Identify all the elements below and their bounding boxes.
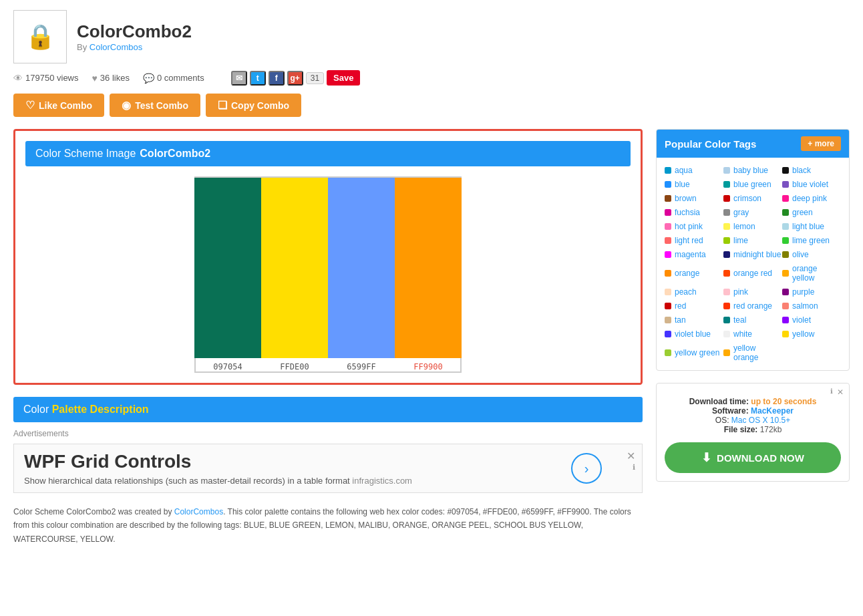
tag-item: white bbox=[723, 328, 782, 340]
tag-link[interactable]: peach bbox=[675, 287, 697, 297]
tag-color-dot bbox=[723, 270, 730, 277]
views-stat: 👁 179750 views bbox=[13, 73, 79, 84]
tag-item: brown bbox=[665, 192, 723, 204]
tag-link[interactable]: lime bbox=[733, 236, 748, 245]
tag-link[interactable]: lime green bbox=[792, 236, 830, 245]
tag-link[interactable]: teal bbox=[733, 315, 746, 325]
tag-color-dot bbox=[782, 331, 789, 337]
download-now-button[interactable]: ⬇ DOWNLOAD NOW bbox=[665, 442, 841, 473]
tag-color-dot bbox=[782, 317, 789, 323]
color-swatch[interactable] bbox=[328, 178, 395, 358]
tag-item: gray bbox=[723, 206, 782, 218]
color-swatch[interactable] bbox=[194, 178, 261, 358]
tag-link[interactable]: gray bbox=[733, 208, 749, 217]
swatch-item: 6599FF bbox=[328, 178, 395, 371]
sidebar-ad-close[interactable]: ✕ bbox=[837, 388, 844, 397]
tag-link[interactable]: violet blue bbox=[675, 329, 711, 339]
ad-close-button[interactable]: ✕ bbox=[627, 450, 635, 462]
tag-link[interactable]: light red bbox=[675, 236, 703, 245]
more-tags-button[interactable]: + more bbox=[801, 136, 841, 151]
tag-link[interactable]: blue green bbox=[733, 180, 771, 189]
tag-link[interactable]: green bbox=[792, 208, 813, 217]
tag-color-dot bbox=[665, 195, 671, 202]
tag-link[interactable]: baby blue bbox=[733, 166, 768, 175]
tag-link[interactable]: light blue bbox=[792, 222, 824, 231]
sidebar-ad-info[interactable]: ℹ bbox=[830, 388, 833, 395]
tag-item: black bbox=[782, 164, 841, 176]
tag-link[interactable]: pink bbox=[733, 287, 748, 297]
tag-link[interactable]: fuchsia bbox=[675, 208, 700, 217]
tag-link[interactable]: blue bbox=[675, 180, 690, 189]
tag-link[interactable]: crimson bbox=[733, 194, 761, 203]
swatch-item: 097054 bbox=[194, 178, 261, 371]
tag-color-dot bbox=[723, 331, 730, 337]
tag-link[interactable]: tan bbox=[675, 315, 686, 325]
color-swatch[interactable] bbox=[395, 178, 462, 358]
tag-link[interactable]: olive bbox=[792, 250, 809, 259]
save-button[interactable]: Save bbox=[327, 70, 360, 86]
tag-item: aqua bbox=[665, 164, 723, 176]
twitter-share-button[interactable]: t bbox=[250, 71, 266, 86]
tag-link[interactable]: orange yellow bbox=[792, 264, 841, 283]
tag-link[interactable]: yellow green bbox=[675, 348, 719, 357]
swatch-label: FF9900 bbox=[413, 362, 442, 371]
footer-link[interactable]: ColorCombos bbox=[174, 507, 223, 516]
test-combo-button[interactable]: ◉ Test Combo bbox=[110, 94, 200, 117]
tag-link[interactable]: black bbox=[792, 166, 811, 175]
tag-link[interactable]: white bbox=[733, 329, 752, 339]
like-combo-button[interactable]: ♡ Like Combo bbox=[13, 94, 104, 117]
facebook-share-button[interactable]: f bbox=[269, 71, 285, 86]
tag-link[interactable]: brown bbox=[675, 194, 697, 203]
tag-color-dot bbox=[723, 195, 730, 202]
ad-url: infragistics.com bbox=[352, 476, 412, 486]
tag-link[interactable]: red bbox=[675, 301, 686, 311]
tag-item: yellow bbox=[782, 328, 841, 340]
tag-item: blue green bbox=[723, 178, 782, 190]
tag-link[interactable]: deep pink bbox=[792, 194, 827, 203]
tag-link[interactable]: yellow bbox=[792, 329, 814, 339]
download-icon: ⬇ bbox=[701, 450, 711, 465]
tag-item: peach bbox=[665, 286, 723, 298]
tag-link[interactable]: magenta bbox=[675, 250, 706, 259]
ad-arrow-button[interactable]: › bbox=[571, 453, 602, 484]
tag-color-dot bbox=[665, 349, 671, 356]
color-scheme-label-normal: Color Scheme Image bbox=[35, 148, 136, 160]
tag-link[interactable]: purple bbox=[792, 287, 814, 297]
tag-link[interactable]: hot pink bbox=[675, 222, 703, 231]
download-btn-label: DOWNLOAD NOW bbox=[717, 452, 804, 464]
tag-color-dot bbox=[782, 251, 789, 258]
tag-color-dot bbox=[723, 209, 730, 216]
ads-label: Advertisements bbox=[13, 429, 643, 438]
right-column: Popular Color Tags + more aquababy blueb… bbox=[656, 129, 850, 546]
tag-link[interactable]: aqua bbox=[675, 166, 693, 175]
tag-color-dot bbox=[723, 181, 730, 188]
tag-item: light red bbox=[665, 235, 723, 247]
tag-link[interactable]: salmon bbox=[792, 301, 818, 311]
tag-link[interactable]: red orange bbox=[733, 301, 772, 311]
tag-link[interactable]: violet bbox=[792, 315, 811, 325]
swatch-item: FFDE00 bbox=[261, 178, 328, 371]
tag-link[interactable]: yellow orange bbox=[733, 343, 782, 362]
copy-combo-button[interactable]: ❏ Copy Combo bbox=[206, 94, 301, 117]
tag-color-dot bbox=[665, 331, 671, 337]
tag-link[interactable]: blue violet bbox=[792, 180, 828, 189]
swatch-label: FFDE00 bbox=[280, 362, 309, 371]
share-count: 31 bbox=[306, 72, 324, 84]
tag-link[interactable]: orange red bbox=[733, 269, 772, 278]
color-scheme-header: Color Scheme Image ColorCombo2 bbox=[25, 141, 631, 166]
tag-link[interactable]: orange bbox=[675, 269, 699, 278]
tag-item: pink bbox=[723, 286, 782, 298]
tag-link[interactable]: lemon bbox=[733, 222, 755, 231]
ad-info-button[interactable]: ℹ bbox=[633, 463, 635, 472]
tag-color-dot bbox=[782, 237, 789, 244]
tag-color-dot bbox=[723, 167, 730, 174]
by-link[interactable]: ColorCombos bbox=[90, 42, 142, 52]
tag-item: lime bbox=[723, 235, 782, 247]
email-share-button[interactable]: ✉ bbox=[231, 71, 247, 86]
tag-item: crimson bbox=[723, 192, 782, 204]
color-swatch[interactable] bbox=[261, 178, 328, 358]
tag-link[interactable]: midnight blue bbox=[733, 250, 781, 259]
gplus-share-button[interactable]: g+ bbox=[287, 71, 303, 86]
tag-color-dot bbox=[782, 303, 789, 309]
stats-row: 👁 179750 views ♥ 36 likes 💬 0 comments ✉… bbox=[13, 70, 850, 86]
